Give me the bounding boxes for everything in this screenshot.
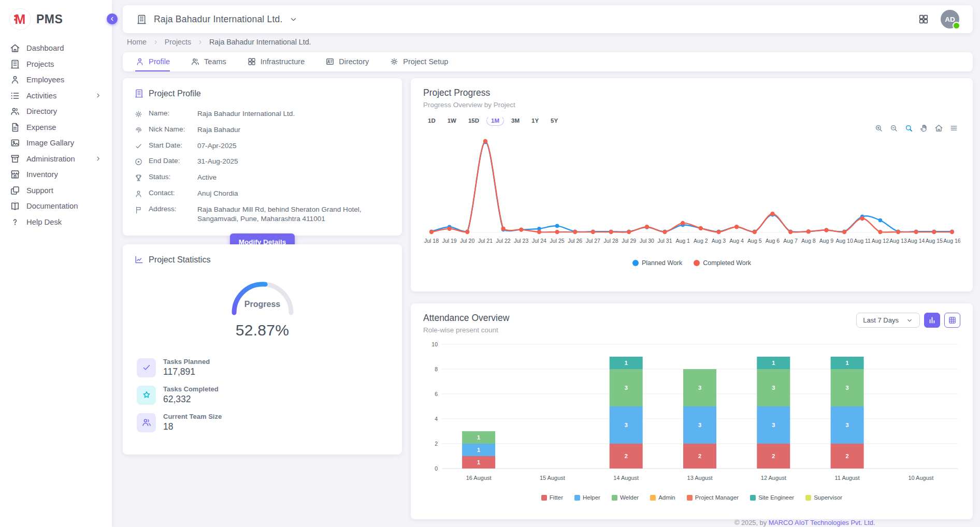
svg-text:Aug 12: Aug 12	[872, 238, 889, 244]
building-icon	[134, 89, 144, 98]
svg-text:3: 3	[698, 422, 701, 428]
svg-text:Jul 19: Jul 19	[442, 238, 457, 244]
selection-zoom-icon[interactable]	[904, 124, 913, 133]
svg-text:0: 0	[435, 465, 438, 472]
question-icon	[10, 217, 20, 227]
range-1d[interactable]: 1D	[423, 115, 440, 126]
svg-text:Jul 21: Jul 21	[478, 238, 493, 244]
archive-icon	[10, 154, 20, 164]
field-nick-name: Nick Name:Raja Bahadur	[134, 122, 391, 138]
sidebar-item-expense[interactable]: Expense	[0, 120, 112, 136]
table-view-button[interactable]	[944, 313, 960, 328]
svg-text:Aug 15: Aug 15	[926, 238, 943, 244]
user-avatar[interactable]: AD	[941, 10, 959, 28]
sidebar-item-documentation[interactable]: Documentation	[0, 198, 112, 214]
tab-infrastructure[interactable]: Infrastructure	[247, 52, 305, 71]
tab-profile[interactable]: Profile	[135, 52, 170, 71]
range-1y[interactable]: 1Y	[527, 115, 543, 126]
breadcrumb-projects[interactable]: Projects	[165, 38, 191, 46]
sidebar-item-support[interactable]: Support	[0, 183, 112, 199]
chevron-left-icon	[109, 16, 116, 22]
home-icon	[10, 43, 20, 53]
people-icon	[10, 106, 20, 116]
chevron-down-icon	[906, 317, 913, 324]
legend-item[interactable]: Project Manager	[687, 494, 739, 501]
svg-text:2: 2	[772, 453, 775, 459]
svg-text:6: 6	[435, 391, 438, 397]
sidebar-item-projects[interactable]: Projects	[0, 56, 112, 72]
sidebar-item-dashboard[interactable]: Dashboard	[0, 40, 112, 56]
chart-toolbar	[874, 124, 958, 133]
attendance-chart[interactable]: 024681011116 August15 August233114 Augus…	[423, 338, 960, 493]
svg-text:3: 3	[846, 422, 849, 428]
tab-directory[interactable]: Directory	[325, 52, 369, 71]
legend-item[interactable]: Site Engineer	[750, 494, 794, 501]
svg-text:Aug 7: Aug 7	[783, 238, 798, 244]
project-progress-title: Project Progress	[423, 87, 960, 98]
legend-item[interactable]: Fitter	[541, 494, 563, 501]
svg-text:2: 2	[625, 453, 628, 459]
svg-text:15 August: 15 August	[540, 475, 565, 481]
stats-list: Tasks Planned117,891 Tasks Completed62,3…	[134, 358, 391, 432]
company-selector[interactable]: Raja Bahadur International Ltd.	[136, 14, 298, 25]
legend-item[interactable]: Admin	[650, 494, 675, 501]
chart-view-button[interactable]	[924, 313, 940, 328]
sidebar-item-administration[interactable]: Administration	[0, 151, 112, 167]
table-grid-icon	[948, 316, 957, 325]
project-progress-chart[interactable]: Jul 18Jul 19Jul 20Jul 21Jul 22Jul 23Jul …	[423, 131, 960, 258]
list-icon	[10, 91, 20, 101]
sidebar-item-activities[interactable]: Activities	[0, 88, 112, 104]
svg-text:Aug 1: Aug 1	[675, 238, 690, 244]
footer-company-link[interactable]: MARCO AIoT Technologies Pvt. Ltd.	[769, 519, 875, 526]
zoom-in-icon[interactable]	[874, 124, 883, 133]
project-statistics-title: Project Statistics	[134, 255, 391, 265]
svg-text:12 August: 12 August	[761, 475, 786, 481]
sidebar-item-image-gallery[interactable]: Image Gallary	[0, 135, 112, 151]
sidebar-item-employees[interactable]: Employees	[0, 72, 112, 88]
contact-card-icon	[325, 57, 335, 66]
tab-teams[interactable]: Teams	[191, 52, 226, 71]
svg-text:1: 1	[846, 360, 849, 366]
range-1m[interactable]: 1M	[486, 115, 504, 126]
receipt-icon	[10, 122, 20, 133]
sidebar-item-inventory[interactable]: Inventory	[0, 167, 112, 183]
legend-item[interactable]: Supervisor	[805, 494, 842, 501]
legend-item[interactable]: Completed Work	[694, 259, 751, 267]
svg-text:Jul 20: Jul 20	[460, 238, 474, 244]
pan-hand-icon[interactable]	[919, 124, 928, 133]
range-15d[interactable]: 15D	[464, 115, 484, 126]
reset-home-icon[interactable]	[934, 124, 943, 133]
sidebar-collapse-button[interactable]	[107, 13, 118, 24]
range-5y[interactable]: 5Y	[546, 115, 563, 126]
building-icon	[10, 59, 20, 69]
range-3m[interactable]: 3M	[507, 115, 524, 126]
svg-text:Jul 30: Jul 30	[640, 238, 654, 244]
svg-text:3: 3	[625, 385, 628, 391]
svg-text:Aug 9: Aug 9	[819, 238, 834, 244]
sidebar-item-directory[interactable]: Directory	[0, 104, 112, 120]
legend-item[interactable]: Welder	[612, 494, 639, 501]
range-1w[interactable]: 1W	[443, 115, 461, 126]
breadcrumb-home[interactable]: Home	[127, 38, 147, 46]
app-logo[interactable]: M PMS	[0, 0, 112, 40]
person-icon	[135, 57, 145, 66]
tab-project-setup[interactable]: Project Setup	[390, 52, 448, 71]
gauge-value: 52.87%	[134, 321, 391, 339]
store-icon	[10, 169, 20, 180]
gauge-arc	[228, 276, 297, 315]
zoom-out-icon[interactable]	[889, 124, 898, 133]
date-range-select[interactable]: Last 7 Days	[856, 313, 920, 328]
apps-grid-icon[interactable]	[918, 13, 929, 25]
chart-line-icon	[134, 255, 144, 265]
svg-text:Aug 14: Aug 14	[907, 238, 925, 244]
sidebar-item-help-desk[interactable]: Help Desk	[0, 214, 112, 230]
field-end-date: End Date:31-Aug-2025	[134, 154, 391, 170]
building-icon	[136, 14, 147, 25]
legend-item[interactable]: Planned Work	[632, 259, 682, 267]
legend-item[interactable]: Helper	[574, 494, 600, 501]
project-progress-card: Project Progress Progress Overview by Pr…	[411, 78, 973, 291]
image-icon	[10, 138, 20, 148]
menu-icon[interactable]	[949, 124, 958, 133]
stat-tasks-completed: Tasks Completed62,332	[137, 385, 391, 405]
chevron-right-icon	[94, 92, 102, 99]
